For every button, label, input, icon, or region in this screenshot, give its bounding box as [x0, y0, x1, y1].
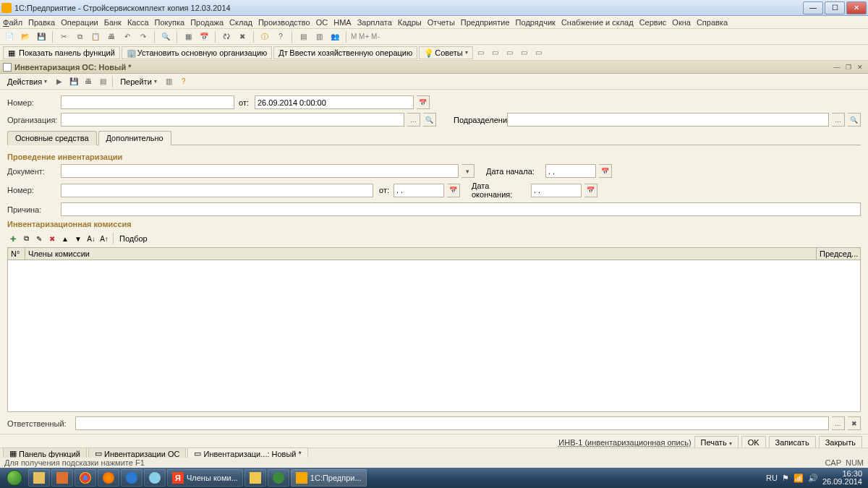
doc1-icon[interactable]: ▭	[475, 46, 488, 59]
menu-staff[interactable]: Кадры	[398, 18, 422, 27]
set-org-button[interactable]: 🏢 Установить основную организацию	[122, 46, 273, 59]
task-paint[interactable]	[144, 469, 166, 487]
save-button[interactable]: Записать	[769, 436, 816, 449]
task-media[interactable]	[51, 469, 73, 487]
inv1-link[interactable]: ИНВ-1 (инвентаризационная опись)	[558, 438, 691, 447]
task-green[interactable]	[268, 469, 289, 487]
close-button[interactable]: ✕	[846, 1, 867, 14]
calc-icon[interactable]: ▦	[182, 30, 195, 43]
sort-desc-icon[interactable]: A↑	[98, 233, 110, 244]
task-folder[interactable]	[244, 469, 266, 487]
grid-body[interactable]	[7, 260, 861, 412]
menu-enterprise[interactable]: Предприятие	[461, 18, 510, 27]
doc3-icon[interactable]: ▭	[503, 46, 516, 59]
search-icon[interactable]: 🔍	[159, 30, 172, 43]
org-select-button[interactable]: …	[407, 113, 420, 127]
start-button[interactable]	[1, 468, 27, 488]
print-icon[interactable]: 🖶	[105, 30, 118, 43]
doc5-icon[interactable]: ▭	[532, 46, 545, 59]
doc-dropdown-icon[interactable]: ▾	[461, 164, 475, 178]
redo-icon[interactable]: ↷	[137, 30, 150, 43]
doc-restore-button[interactable]: ❐	[843, 62, 854, 72]
tray-network-icon[interactable]: 📶	[793, 474, 804, 483]
action-list-icon[interactable]: ▤	[96, 75, 109, 88]
paste-icon[interactable]: 📋	[89, 30, 102, 43]
menu-sale[interactable]: Продажа	[190, 18, 224, 27]
end-date-input[interactable]: . .	[531, 184, 582, 197]
selection-button[interactable]: Подбор	[116, 233, 150, 244]
task-yandex[interactable]: ЯЧлены коми...	[167, 469, 243, 487]
menu-reports[interactable]: Отчеты	[427, 18, 455, 27]
menu-os[interactable]: ОС	[316, 18, 328, 27]
doc4-icon[interactable]: ▭	[518, 46, 531, 59]
inv-from-input[interactable]: . .	[393, 184, 444, 197]
menu-windows[interactable]: Окна	[672, 18, 691, 27]
number-input[interactable]	[61, 95, 234, 109]
goto-dropdown[interactable]: Перейти▾	[116, 75, 161, 88]
print-button[interactable]: Печать ▾	[694, 436, 739, 449]
subdiv-input[interactable]	[507, 113, 829, 127]
info-icon[interactable]: ?	[274, 30, 287, 43]
undo-icon[interactable]: ↶	[121, 30, 134, 43]
refresh-icon[interactable]: 🗘	[220, 30, 233, 43]
menu-file[interactable]: ФФайлайл	[3, 18, 22, 27]
start-date-input[interactable]: . .	[545, 164, 596, 178]
month-nav[interactable]: М М+ М-	[351, 33, 380, 40]
tray-flag-icon[interactable]: ⚑	[782, 474, 789, 483]
ok-button[interactable]: OK	[741, 436, 766, 449]
task-firefox[interactable]	[98, 469, 119, 487]
menu-edit[interactable]: Правка	[28, 18, 55, 27]
menu-warehouse[interactable]: Склад	[229, 18, 252, 27]
tips-button[interactable]: 💡 Советы▾	[419, 46, 472, 59]
doc-minimize-button[interactable]: —	[832, 62, 842, 72]
delete-row-icon[interactable]: ✖	[46, 233, 58, 244]
doc-input[interactable]	[61, 164, 459, 178]
action-save-icon[interactable]: 💾	[67, 75, 80, 88]
actions-dropdown[interactable]: Действия▾	[3, 75, 51, 88]
save-icon[interactable]: 💾	[35, 30, 48, 43]
menu-contractor[interactable]: Подрядчик	[516, 18, 556, 27]
reason-input[interactable]	[61, 202, 861, 216]
menu-salary[interactable]: Зарплата	[357, 18, 392, 27]
menu-help[interactable]: Справка	[697, 18, 728, 27]
help-icon[interactable]: ⓘ	[258, 30, 271, 43]
col-number[interactable]: N°	[8, 248, 25, 260]
move-up-icon[interactable]: ▲	[59, 233, 71, 244]
tray-clock[interactable]: 16:30 26.09.2014	[822, 470, 862, 486]
menu-purchase[interactable]: Покупка	[155, 18, 185, 27]
col-chairman[interactable]: Председ...	[817, 248, 860, 260]
calendar-icon[interactable]: 📅	[197, 30, 210, 43]
open-icon[interactable]: 📂	[19, 30, 32, 43]
date-input[interactable]: 26.09.2014 0:00:00	[255, 95, 414, 109]
action-help-icon[interactable]: ?	[177, 75, 190, 88]
task-chrome[interactable]	[75, 469, 96, 487]
responsible-clear-button[interactable]: ✖	[848, 416, 861, 430]
inv-number-input[interactable]	[61, 184, 373, 197]
task-ie[interactable]	[121, 469, 142, 487]
tab-main[interactable]: Основные средства	[7, 131, 97, 145]
copy-icon[interactable]: ⧉	[73, 30, 86, 43]
enter-operation-button[interactable]: Дт Ввести хозяйственную операцию	[273, 46, 417, 59]
tab-extra[interactable]: Дополнительно	[98, 131, 171, 145]
menu-bank[interactable]: Банк	[104, 18, 122, 27]
lang-indicator[interactable]: RU	[766, 474, 778, 482]
add-row-icon[interactable]: ✚	[7, 233, 19, 244]
action-move-icon[interactable]: ▥	[163, 75, 176, 88]
menu-production[interactable]: Производство	[258, 18, 310, 27]
move-down-icon[interactable]: ▼	[72, 233, 84, 244]
date-picker-icon[interactable]: 📅	[417, 95, 430, 109]
minimize-button[interactable]: —	[803, 1, 823, 14]
doc2-icon[interactable]: ▭	[489, 46, 502, 59]
org-input[interactable]	[61, 113, 404, 127]
subdiv-search-icon[interactable]: 🔍	[848, 113, 861, 127]
menu-nma[interactable]: НМА	[333, 18, 351, 27]
grid-icon[interactable]: ▤	[297, 30, 310, 43]
tray-volume-icon[interactable]: 🔊	[808, 474, 818, 483]
task-1c-active[interactable]: 1С:Предпри...	[291, 469, 367, 487]
doc-close-button[interactable]: ✕	[855, 62, 865, 72]
maximize-button[interactable]: ☐	[825, 1, 845, 14]
stop-icon[interactable]: ✖	[236, 30, 249, 43]
grid2-icon[interactable]: ▥	[312, 30, 326, 43]
task-explorer[interactable]	[28, 469, 50, 487]
menu-operations[interactable]: Операции	[61, 18, 98, 27]
